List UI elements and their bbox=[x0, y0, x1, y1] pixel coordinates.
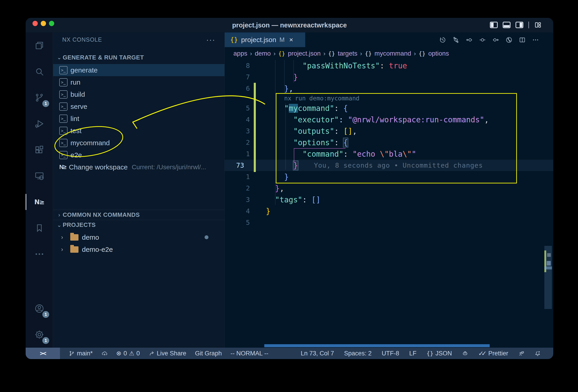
close-tab-icon[interactable]: × bbox=[289, 36, 293, 44]
run-debug-icon[interactable] bbox=[26, 111, 53, 137]
close-window-button[interactable] bbox=[33, 21, 38, 26]
remote-explorer-icon[interactable] bbox=[26, 163, 53, 189]
accounts-icon[interactable]: 1 bbox=[26, 296, 53, 322]
line-number: 3 bbox=[225, 196, 250, 204]
encoding-item[interactable]: UTF-8 bbox=[382, 350, 399, 357]
section-generate-run-target[interactable]: ⌄ GENERATE & RUN TARGET bbox=[53, 53, 225, 62]
bookmarks-icon[interactable] bbox=[26, 215, 53, 241]
feedback-icon bbox=[518, 350, 525, 356]
line-number: 5 bbox=[225, 104, 250, 112]
language-mode-item[interactable]: {} JSON bbox=[427, 350, 452, 357]
extensions-icon[interactable] bbox=[26, 137, 53, 163]
previous-change-icon[interactable] bbox=[466, 36, 473, 44]
search-icon[interactable] bbox=[26, 59, 53, 85]
sidebar-item-run[interactable]: >_run bbox=[53, 76, 225, 88]
breadcrumb-item-project.json[interactable]: project.json bbox=[288, 50, 321, 57]
toggle-primary-sidebar-icon[interactable] bbox=[490, 22, 498, 28]
line-number: 2 bbox=[225, 139, 250, 146]
codelens-run-command[interactable]: nx run demo:mycommand bbox=[250, 95, 359, 102]
more-actions-icon[interactable] bbox=[532, 36, 539, 44]
section-projects[interactable]: ⌄ PROJECTS bbox=[53, 220, 225, 230]
breadcrumb-item-targets[interactable]: targets bbox=[338, 50, 357, 57]
more-views-icon[interactable] bbox=[26, 241, 53, 267]
cursor-position-item[interactable]: Ln 73, Col 7 bbox=[301, 350, 334, 357]
vertical-scrollbar[interactable] bbox=[544, 246, 552, 309]
nx-console-icon[interactable]: N≥ bbox=[26, 189, 53, 215]
sidebar-item-lint[interactable]: >_lint bbox=[53, 113, 225, 125]
sidebar-item-build[interactable]: >_build bbox=[53, 88, 225, 100]
code-line-8: 8"passWithNoTests": true bbox=[225, 60, 553, 71]
explorer-icon[interactable] bbox=[26, 33, 53, 59]
project-label: demo-e2e bbox=[82, 246, 113, 253]
breadcrumb-separator: › bbox=[250, 50, 252, 57]
remote-indicator[interactable]: >< bbox=[26, 348, 60, 359]
line-number: 8 bbox=[225, 62, 250, 70]
breadcrumb-separator: › bbox=[323, 50, 325, 57]
project-item-demo[interactable]: ›demo bbox=[53, 231, 225, 243]
indentation-item[interactable]: Spaces: 2 bbox=[344, 350, 372, 357]
code-line-4: 4} bbox=[225, 205, 553, 217]
formatter-item[interactable]: ✓✓ Prettier bbox=[478, 350, 508, 357]
current-change-icon[interactable] bbox=[479, 36, 486, 44]
terminal-icon: >_ bbox=[59, 66, 67, 74]
sidebar-item-e2e[interactable]: >_e2e bbox=[53, 149, 225, 161]
terminal-icon: >_ bbox=[59, 115, 67, 123]
next-change-icon[interactable] bbox=[492, 36, 499, 44]
line-number: 7 bbox=[225, 73, 250, 81]
code-editor[interactable]: 8"passWithNoTests": true7}6},nx run demo… bbox=[225, 60, 553, 348]
toggle-panel-icon[interactable] bbox=[503, 22, 511, 28]
target-label: mycommand bbox=[70, 139, 110, 147]
codelens-line: nx run demo:mycommand bbox=[225, 94, 553, 102]
code-line-4: 4"executor": "@nrwl/workspace:run-comman… bbox=[225, 114, 553, 125]
git-modified-gutter bbox=[254, 83, 256, 172]
branch-item[interactable]: main* bbox=[69, 350, 93, 357]
target-label: build bbox=[70, 90, 85, 98]
breadcrumb-separator: › bbox=[414, 50, 416, 57]
sidebar-item-mycommand[interactable]: >_mycommand bbox=[53, 137, 225, 149]
chevron-right-icon[interactable]: › bbox=[61, 246, 70, 253]
breadcrumb-item-apps[interactable]: apps bbox=[233, 50, 247, 57]
sync-changes-item[interactable] bbox=[101, 350, 107, 356]
git-graph-item[interactable]: Git Graph bbox=[195, 350, 222, 357]
chevron-right-icon[interactable]: › bbox=[61, 234, 70, 241]
feedback-item[interactable] bbox=[518, 350, 525, 356]
git-graph-circle-icon[interactable] bbox=[505, 36, 513, 44]
sidebar-item-test[interactable]: >_test bbox=[53, 125, 225, 137]
change-workspace-item[interactable]: N≥ Change workspace Current: /Users/juri… bbox=[53, 161, 225, 173]
live-share-item[interactable]: Live Share bbox=[148, 350, 186, 357]
problems-item[interactable]: ⊗ 0 ⚠ 0 bbox=[116, 350, 140, 357]
minimize-window-button[interactable] bbox=[41, 21, 46, 26]
tab-project-json[interactable]: {} project.json M × bbox=[225, 33, 305, 47]
sidebar-item-generate[interactable]: >_generate bbox=[53, 64, 225, 76]
sidebar-item-serve[interactable]: >_serve bbox=[53, 100, 225, 113]
divider bbox=[528, 21, 529, 28]
notifications-item[interactable] bbox=[534, 350, 541, 356]
copilot-item[interactable] bbox=[462, 350, 468, 356]
editor-group: {} project.json M × apps›demo›{}project.… bbox=[225, 33, 553, 348]
eol-item[interactable]: LF bbox=[409, 350, 416, 357]
live-share-icon bbox=[148, 350, 155, 356]
section-common-nx-commands[interactable]: › COMMON NX COMMANDS bbox=[53, 210, 225, 220]
git-compare-icon[interactable] bbox=[452, 36, 459, 44]
sidebar-more-actions-icon[interactable]: ··· bbox=[206, 39, 215, 41]
breadcrumb-item-mycommand[interactable]: mycommand bbox=[375, 50, 411, 57]
code-line-3: 3"outputs": [], bbox=[225, 125, 553, 137]
zoom-window-button[interactable] bbox=[49, 21, 54, 26]
split-editor-icon[interactable] bbox=[519, 36, 526, 44]
project-item-demo-e2e[interactable]: ›demo-e2e bbox=[53, 243, 225, 256]
breadcrumb-item-options[interactable]: options bbox=[428, 50, 449, 57]
source-control-icon[interactable]: 1 bbox=[26, 85, 53, 111]
vim-mode-indicator: -- NORMAL -- bbox=[230, 350, 268, 357]
horizontal-scrollbar[interactable] bbox=[264, 344, 490, 347]
timeline-history-icon[interactable] bbox=[439, 36, 446, 44]
project-list: ›demo›demo-e2e bbox=[53, 231, 225, 256]
code-line-73: 73}You, 8 seconds ago • Uncommitted chan… bbox=[225, 160, 553, 171]
settings-gear-icon[interactable]: 1 bbox=[26, 322, 53, 348]
target-label: lint bbox=[70, 115, 79, 123]
line-number: 73 bbox=[225, 162, 250, 169]
customize-layout-icon[interactable] bbox=[534, 21, 542, 28]
code-line-2: 2"options": { bbox=[225, 137, 553, 148]
toggle-secondary-sidebar-icon[interactable] bbox=[516, 22, 523, 28]
symbol-braces-icon: {} bbox=[328, 50, 335, 57]
breadcrumb-item-demo[interactable]: demo bbox=[255, 50, 271, 57]
